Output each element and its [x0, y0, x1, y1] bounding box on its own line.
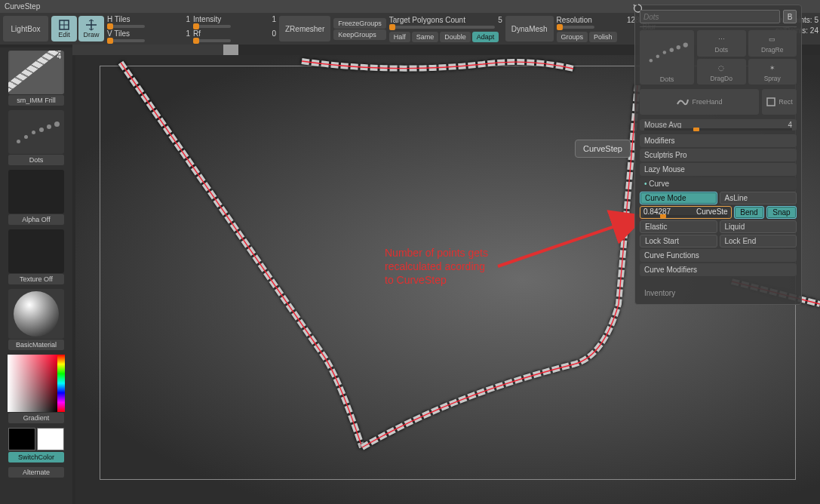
material-thumb[interactable] [8, 289, 64, 339]
switch-color-button[interactable]: SwitchColor [8, 452, 64, 463]
bend-button[interactable]: Bend [734, 206, 764, 219]
curvestep-slider[interactable]: 0.84287 CurveStep [640, 206, 732, 219]
tooltip-text: CurveStep [583, 144, 622, 153]
stroke-search-input[interactable] [640, 10, 780, 23]
texture-label: Texture Off [8, 274, 64, 284]
rect-icon [766, 97, 776, 107]
freehand-label: FreeHand [692, 98, 722, 106]
stroke-panel: B Dots ⋯ Dots ▭ DragRe ◌ [634, 5, 802, 305]
title-text: CurveStep [5, 2, 40, 11]
edit-mode-button[interactable]: Edit [51, 16, 77, 41]
half-button[interactable]: Half [389, 32, 410, 42]
htiles-slider[interactable]: H Tiles1 [107, 15, 190, 23]
stroke-label: Dots [8, 155, 64, 165]
htiles-bar[interactable] [107, 25, 145, 28]
brush-thumb[interactable]: 4 [8, 51, 64, 94]
dots-mini-icon: ⋯ [714, 32, 728, 46]
lock-start-button[interactable]: Lock Start [640, 235, 717, 247]
color-field[interactable] [8, 355, 57, 412]
stroke-dragrect-cell[interactable]: ▭ DragRe [748, 30, 797, 57]
stroke-thumb[interactable] [8, 110, 64, 154]
vtiles-bar[interactable] [107, 39, 145, 42]
adapt-button[interactable]: Adapt [472, 32, 499, 42]
rf-value: 0 [272, 29, 276, 38]
rf-slider[interactable]: Rf0 [193, 29, 276, 38]
brush-label: sm_IMM Frill [8, 95, 64, 106]
color-picker[interactable] [8, 355, 65, 412]
curve-section-header[interactable]: Curve [640, 177, 797, 190]
dynamesh-button[interactable]: DynaMesh [505, 16, 554, 41]
elastic-button[interactable]: Elastic [640, 220, 717, 233]
rect-stroke-button[interactable]: Rect [762, 89, 797, 115]
htiles-value: 1 [186, 15, 190, 23]
curve-mode-button[interactable]: Curve Mode [640, 192, 717, 204]
inventory-section[interactable]: Inventory [640, 287, 797, 300]
intensity-bar[interactable] [193, 25, 231, 28]
keep-groups-button[interactable]: KeepGroups [333, 29, 386, 40]
sculptris-section[interactable]: Sculptris Pro [640, 149, 797, 161]
alternate-button[interactable]: Alternate [8, 467, 64, 478]
material-label: BasicMaterial [8, 340, 64, 350]
groups-button[interactable]: Groups [557, 32, 588, 42]
frill-icon [10, 51, 63, 94]
stroke-dragrect-label: DragRe [761, 46, 783, 54]
stroke-dots-cell[interactable]: ⋯ Dots [697, 30, 746, 57]
dots-icon [14, 117, 59, 147]
current-stroke-thumb[interactable]: Dots [640, 30, 694, 85]
htiles-label: H Tiles [107, 15, 131, 23]
resolution-bar[interactable] [557, 26, 594, 29]
target-polys-slider[interactable]: Target Polygons Count5 [389, 16, 502, 24]
svg-rect-6 [767, 98, 775, 106]
rf-label: Rf [193, 29, 201, 38]
target-value: 5 [498, 16, 502, 24]
secondary-color-swatch[interactable] [37, 428, 64, 450]
target-label: Target Polygons Count [389, 16, 465, 24]
gradient-label[interactable]: Gradient [8, 413, 64, 423]
texture-thumb[interactable] [8, 229, 64, 273]
annotation-line1: Number of points gets [385, 246, 488, 260]
mouse-avg-slider[interactable]: Mouse Avg 4 [640, 119, 797, 131]
dragdot-icon: ◌ [714, 61, 728, 75]
tooltip: CurveStep [575, 140, 631, 158]
alpha-thumb[interactable] [8, 170, 64, 214]
swap-colors [8, 428, 64, 450]
stroke-spray-cell[interactable]: ✶ Spray [748, 59, 797, 85]
stroke-dragdot-cell[interactable]: ◌ DragDo [697, 59, 746, 85]
lazy-mouse-section[interactable]: Lazy Mouse [640, 163, 797, 176]
annotation-line2: recalculated acording [385, 260, 488, 273]
draw-label: Draw [83, 31, 99, 38]
main-color-swatch[interactable] [8, 428, 35, 450]
double-button[interactable]: Double [440, 32, 471, 42]
liquid-button[interactable]: Liquid [720, 220, 797, 233]
intensity-label: Intensity [193, 15, 221, 23]
rect-label: Rect [779, 98, 793, 106]
vtiles-slider[interactable]: V Tiles1 [107, 29, 190, 38]
edit-label: Edit [58, 31, 70, 38]
annotation-line3: to CurveStep [385, 273, 488, 287]
curve-modifiers-section[interactable]: Curve Modifiers [640, 263, 797, 276]
stroke-dragdot-label: DragDo [711, 75, 732, 82]
zremesher-button[interactable]: ZRemesher [279, 16, 330, 41]
target-bar[interactable] [389, 26, 495, 29]
curve-functions-section[interactable]: Curve Functions [640, 249, 797, 262]
lock-end-button[interactable]: Lock End [720, 235, 797, 247]
snap-button[interactable]: Snap [766, 206, 797, 219]
modifiers-section[interactable]: Modifiers [640, 134, 797, 147]
freeze-groups-button[interactable]: FreezeGroups [333, 18, 386, 29]
intensity-slider[interactable]: Intensity1 [193, 15, 276, 23]
polish-button[interactable]: Polish [589, 32, 617, 42]
stroke-search[interactable] [640, 10, 780, 23]
lightbox-button[interactable]: LightBox [3, 16, 48, 41]
svg-line-5 [498, 217, 641, 266]
hue-strip[interactable] [57, 355, 65, 412]
rf-bar[interactable] [193, 39, 231, 42]
draw-mode-button[interactable]: Draw [78, 16, 104, 41]
annotation-text: Number of points gets recalculated acord… [385, 246, 488, 287]
as-line-button[interactable]: AsLine [720, 192, 797, 204]
same-button[interactable]: Same [412, 32, 439, 42]
dragrect-icon: ▭ [766, 32, 779, 46]
resolution-slider[interactable]: Resolution128 [557, 16, 640, 24]
freehand-stroke-button[interactable]: FreeHand [640, 89, 759, 115]
freehand-icon [676, 97, 689, 107]
stroke-spray-label: Spray [764, 75, 781, 82]
